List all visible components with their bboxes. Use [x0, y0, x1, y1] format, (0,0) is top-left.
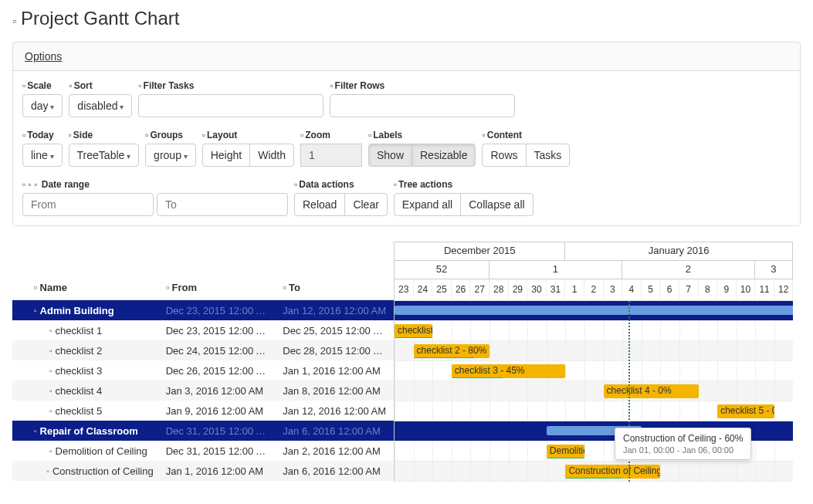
day-header: 28	[489, 279, 509, 301]
filter-rows-input[interactable]	[330, 94, 515, 117]
row-to: Dec 28, 2015 12:00 AM	[276, 345, 394, 357]
task-bar[interactable]: checklist 5 - 0%	[717, 404, 774, 418]
labels-resizable-button[interactable]: Resizable	[412, 144, 476, 167]
row-to: Jan 8, 2016 12:00 AM	[276, 385, 394, 397]
tree-child-row[interactable]: ▫ checklist 1Dec 23, 2015 12:00 AMDec 25…	[12, 320, 394, 340]
clear-button[interactable]: Clear	[344, 193, 387, 216]
task-bar[interactable]: checklist 2 - 80%	[414, 344, 489, 358]
row-name-label: Repair of Classroom	[40, 425, 138, 437]
column-header-to[interactable]: ▫To	[277, 276, 395, 299]
row-to: Jan 12, 2016 12:00 AM	[276, 305, 394, 316]
tree-child-row[interactable]: ▫ checklist 2Dec 24, 2015 12:00 AMDec 28…	[12, 340, 394, 360]
tree-child-row[interactable]: ▫ checklist 5Jan 9, 2016 12:00 AMJan 12,…	[12, 401, 394, 421]
tree-child-row[interactable]: ▫ checklist 3Dec 26, 2015 12:00 AMJan 1,…	[12, 360, 394, 381]
side-label: ▫Side	[69, 130, 140, 140]
data-actions-label: ▫Data actions	[294, 179, 388, 190]
tooltip-subtitle: Jan 01, 00:00 - Jan 06, 00:00	[623, 445, 743, 455]
tree-parent-row[interactable]: ▫ Admin BuildingDec 23, 2015 12:00 AMJan…	[12, 300, 394, 320]
tree-child-row[interactable]: ▫ checklist 4Jan 3, 2016 12:00 AMJan 8, …	[12, 381, 394, 401]
row-from: Dec 26, 2015 12:00 AM	[160, 365, 277, 377]
bullet-icon: ▫	[49, 447, 53, 455]
today-select[interactable]: line	[22, 144, 63, 167]
daterange-from-input[interactable]	[22, 193, 154, 216]
labels-label: ▫Labels	[368, 130, 476, 140]
timeline-row	[395, 301, 793, 321]
task-bar[interactable]: checklist 1 - 100%	[395, 324, 432, 338]
content-tasks-button[interactable]: Tasks	[526, 144, 571, 167]
collapse-all-button[interactable]: Collapse all	[460, 193, 533, 216]
task-tooltip: Construction of Ceiling - 60% Jan 01, 00…	[615, 428, 751, 460]
expand-all-button[interactable]: Expand all	[394, 193, 461, 216]
task-bar[interactable]: checklist 4 - 0%	[604, 384, 699, 398]
options-heading[interactable]: Options	[13, 42, 800, 71]
day-header: 25	[432, 279, 452, 301]
collapse-icon[interactable]: ▫	[34, 306, 37, 315]
row-name-label: Construction of Ceiling	[53, 465, 154, 477]
gantt-chart: ▫Name ▫From ▫To ▫ Admin BuildingDec 23, …	[12, 242, 793, 482]
scale-select[interactable]: day	[22, 94, 63, 117]
tree-child-row[interactable]: ▫ Demolition of CeilingDec 31, 2015 12:0…	[12, 441, 394, 461]
filter-tasks-input[interactable]	[138, 94, 324, 117]
options-panel: Options ▫Scale day ▫Sort disabled ▫Filte…	[12, 42, 801, 226]
column-header-from[interactable]: ▫From	[160, 276, 277, 299]
tree-body: ▫ Admin BuildingDec 23, 2015 12:00 AMJan…	[12, 300, 394, 481]
zoom-input[interactable]	[300, 144, 362, 167]
month-header: January 2016	[565, 242, 793, 261]
day-header: 1	[565, 279, 584, 301]
task-bar[interactable]: Demolition of Ceiling	[547, 445, 584, 458]
row-to: Jan 6, 2016 12:00 AM	[276, 425, 394, 437]
day-header: 8	[699, 279, 718, 301]
day-header: 9	[717, 279, 737, 301]
daterange-to-input[interactable]	[157, 193, 288, 216]
timeline-row: checklist 5 - 0%	[395, 401, 793, 421]
day-header: 10	[737, 279, 756, 301]
day-header: 12	[774, 279, 793, 301]
progress-indicator	[452, 377, 503, 378]
collapse-icon[interactable]: ▫	[34, 427, 37, 435]
row-from: Dec 24, 2015 12:00 AM	[160, 345, 277, 357]
layout-width-button[interactable]: Width	[249, 144, 294, 167]
bullet-icon: ▫	[49, 387, 53, 395]
day-header: 6	[660, 279, 679, 301]
progress-indicator	[565, 478, 622, 479]
progress-indicator	[395, 337, 432, 338]
options-toggle[interactable]: Options	[25, 50, 62, 63]
task-bar[interactable]: Construction of Ceiling	[565, 465, 660, 479]
day-header: 27	[470, 279, 489, 301]
bullet-icon: ▫	[49, 407, 53, 415]
side-select[interactable]: TreeTable	[69, 144, 140, 167]
labels-show-button[interactable]: Show	[368, 144, 412, 167]
row-name-label: checklist 2	[56, 345, 103, 357]
groups-select[interactable]: group	[145, 144, 196, 167]
week-header: 3	[755, 261, 793, 279]
timeline-row: checklist 4 - 0%	[395, 381, 793, 401]
timeline-row: checklist 2 - 80%	[395, 341, 793, 361]
week-header: 52	[395, 261, 489, 279]
bullet-icon: ▫	[49, 326, 53, 335]
group-bar[interactable]	[395, 306, 793, 315]
tree-child-row[interactable]: ▫ Construction of CeilingJan 1, 2016 12:…	[12, 461, 394, 481]
tree-parent-row[interactable]: ▫ Repair of ClassroomDec 31, 2015 12:00 …	[12, 421, 394, 441]
content-rows-button[interactable]: Rows	[482, 144, 526, 167]
day-header: 31	[547, 279, 566, 301]
zoom-label: ▫Zoom	[300, 130, 362, 140]
filter-rows-label: ▫Filter Rows	[330, 80, 515, 91]
reload-button[interactable]: Reload	[294, 193, 345, 216]
week-header: 1	[489, 261, 622, 279]
row-to: Jan 2, 2016 12:00 AM	[276, 445, 394, 457]
sort-label: ▫Sort	[69, 80, 132, 91]
row-to: Jan 1, 2016 12:00 AM	[276, 365, 394, 377]
tree-panel: ▫Name ▫From ▫To ▫ Admin BuildingDec 23, …	[12, 242, 394, 482]
column-header-name[interactable]: ▫Name	[12, 276, 160, 299]
progress-indicator	[547, 458, 584, 458]
tooltip-title: Construction of Ceiling - 60%	[623, 433, 743, 444]
day-header: 4	[622, 279, 642, 301]
row-name-label: checklist 1	[56, 325, 103, 337]
row-from: Jan 3, 2016 12:00 AM	[160, 385, 277, 397]
sort-select[interactable]: disabled	[69, 94, 132, 117]
task-bar[interactable]: checklist 3 - 45%	[452, 364, 566, 378]
layout-height-button[interactable]: Height	[202, 144, 250, 167]
day-header: 26	[452, 279, 471, 301]
day-header: 3	[604, 279, 623, 301]
timeline-panel: December 2015January 2016 52123 23242526…	[394, 242, 793, 482]
